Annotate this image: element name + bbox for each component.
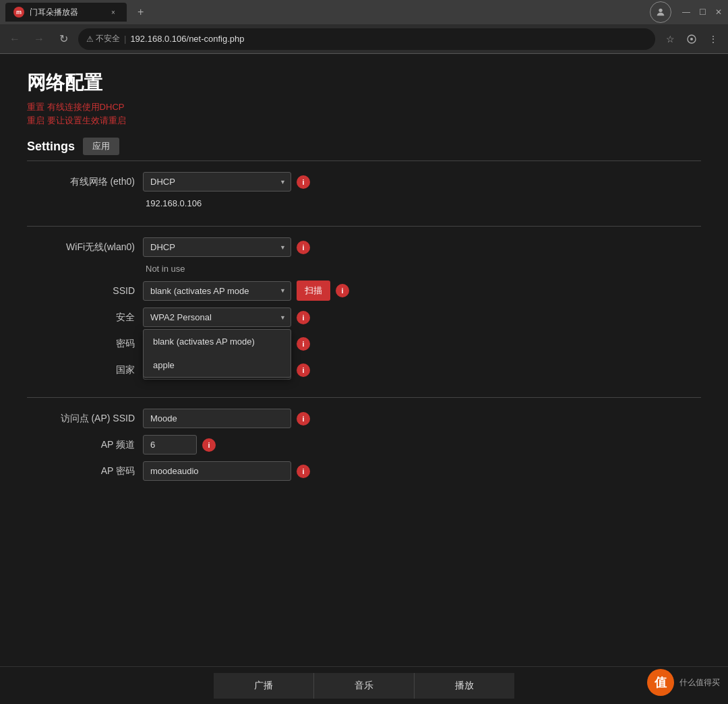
ap-password-label: AP 密码: [27, 465, 135, 477]
address-input[interactable]: [130, 34, 647, 44]
wifi-section: WiFi无线(wlan0) DHCP i Not in use SSID bla…: [27, 227, 701, 398]
wired-row: 有线网络 (eth0) DHCP i: [27, 172, 701, 192]
wifi-select[interactable]: DHCP: [143, 237, 291, 257]
maximize-button[interactable]: ☐: [698, 8, 706, 16]
ap-ssid-controls: i: [143, 409, 701, 428]
ap-password-controls: i: [143, 461, 701, 481]
ap-ssid-label: 访问点 (AP) SSID: [27, 413, 135, 425]
insecure-icon: ⚠: [86, 34, 94, 44]
ap-password-row: AP 密码 i: [27, 461, 701, 481]
bottom-nav: 广播 音乐 播放: [0, 666, 728, 704]
tab-title-text: 门耳朵播放器: [30, 7, 78, 18]
wired-ip-display: 192.168.0.106: [143, 198, 202, 208]
apply-button[interactable]: 应用: [83, 138, 119, 155]
security-label: 安全: [27, 312, 135, 324]
ap-password-input[interactable]: [143, 461, 291, 481]
settings-header: Settings 应用: [27, 138, 701, 161]
main-content: 网络配置 重置 有线连接使用DHCP 重启 要让设置生效请重启 Settings…: [0, 54, 728, 666]
ap-section: 访问点 (AP) SSID i AP 频道 i AP 密码 i: [27, 398, 701, 498]
ssid-option-blank[interactable]: blank (activates AP mode): [144, 330, 291, 353]
wired-info-icon[interactable]: i: [297, 175, 310, 189]
wifi-label: WiFi无线(wlan0): [27, 241, 135, 254]
address-bar-container: ⚠ 不安全 |: [78, 28, 655, 50]
wifi-status-row: Not in use: [27, 264, 701, 274]
window-controls: — ☐ ✕: [650, 1, 723, 23]
bookmark-button[interactable]: ☆: [661, 30, 679, 49]
play-button[interactable]: 播放: [415, 673, 514, 699]
wifi-row: WiFi无线(wlan0) DHCP i: [27, 237, 701, 257]
browser-frame: m 门耳朵播放器 × + — ☐ ✕ ← → ↻ ⚠ 不安全 |: [0, 0, 728, 54]
security-row: 安全 WPA2 Personal i: [27, 307, 701, 327]
ssid-select[interactable]: blank (activates AP mode: [143, 281, 291, 301]
watermark: 值 什么值得买: [647, 669, 720, 696]
country-label: 国家: [27, 364, 135, 376]
ap-channel-info-icon[interactable]: i: [202, 438, 216, 452]
menu-button[interactable]: ⋮: [704, 30, 723, 49]
svg-point-2: [690, 38, 693, 40]
svg-point-0: [659, 9, 662, 12]
ap-ssid-input[interactable]: [143, 409, 291, 428]
ap-ssid-info-icon[interactable]: i: [297, 412, 310, 426]
password-info-icon[interactable]: i: [297, 337, 310, 351]
ssid-label: SSID: [27, 285, 135, 296]
reload-button[interactable]: ↻: [54, 30, 73, 49]
ap-channel-controls: i: [143, 435, 701, 454]
music-button[interactable]: 音乐: [314, 673, 415, 699]
ap-password-info-icon[interactable]: i: [297, 465, 310, 478]
insecure-badge: ⚠ 不安全: [86, 33, 120, 45]
ssid-dropdown: blank (activates AP mode) apple: [143, 329, 291, 378]
password-row: 密码 i: [27, 334, 701, 353]
wired-ip-row: 192.168.0.106: [27, 198, 701, 208]
reset-wired-link[interactable]: 重置 有线连接使用DHCP: [27, 101, 701, 113]
toolbar-icons: ☆ ⋮: [661, 30, 723, 49]
wifi-controls: DHCP i: [143, 237, 701, 257]
wired-section: 有线网络 (eth0) DHCP i 192.168.0.106: [27, 161, 701, 227]
broadcast-button[interactable]: 广播: [214, 673, 314, 699]
ap-channel-input[interactable]: [143, 435, 197, 454]
new-tab-button[interactable]: +: [132, 6, 149, 18]
ap-channel-label: AP 频道: [27, 439, 135, 451]
browser-titlebar: m 门耳朵播放器 × + — ☐ ✕: [0, 0, 728, 24]
wired-label: 有线网络 (eth0): [27, 176, 135, 188]
close-window-button[interactable]: ✕: [715, 8, 723, 16]
forward-button[interactable]: →: [30, 30, 49, 49]
ssid-select-wrapper: blank (activates AP mode: [143, 281, 291, 301]
country-info-icon[interactable]: i: [297, 363, 310, 377]
security-select-wrapper: WPA2 Personal: [143, 307, 291, 327]
wifi-select-wrapper: DHCP: [143, 237, 291, 257]
browser-toolbar: ← → ↻ ⚠ 不安全 | ☆ ⋮: [0, 24, 728, 54]
back-button[interactable]: ←: [5, 30, 24, 49]
security-info-icon[interactable]: i: [297, 311, 310, 324]
insecure-text: 不安全: [96, 33, 120, 45]
wifi-info-icon[interactable]: i: [297, 241, 310, 254]
ssid-controls: blank (activates AP mode 扫描 i: [143, 281, 701, 301]
tab-close-button[interactable]: ×: [108, 7, 119, 18]
ap-ssid-row: 访问点 (AP) SSID i: [27, 409, 701, 428]
page-title: 网络配置: [27, 70, 701, 96]
ap-channel-row: AP 频道 i: [27, 435, 701, 454]
wired-select[interactable]: DHCP: [143, 172, 291, 192]
reset-restart-link[interactable]: 重启 要让设置生效请重启: [27, 115, 701, 127]
tab-favicon: m: [13, 7, 24, 18]
wifi-status-text: Not in use: [143, 264, 185, 274]
security-select[interactable]: WPA2 Personal: [143, 307, 291, 327]
scan-button[interactable]: 扫描: [297, 281, 330, 301]
user-icon[interactable]: [650, 1, 671, 23]
security-controls: WPA2 Personal i: [143, 307, 701, 327]
extension-button[interactable]: [682, 30, 701, 49]
country-row: 国家 United States i: [27, 360, 701, 380]
browser-tab[interactable]: m 门耳朵播放器 ×: [5, 3, 127, 22]
wired-select-wrapper: DHCP: [143, 172, 291, 192]
watermark-logo: 值: [647, 669, 674, 696]
ssid-option-apple[interactable]: apple: [144, 353, 291, 377]
settings-title: Settings: [27, 140, 75, 154]
ssid-info-icon[interactable]: i: [336, 284, 349, 297]
wired-controls: DHCP i: [143, 172, 701, 192]
password-label: 密码: [27, 338, 135, 350]
watermark-text: 什么值得买: [679, 677, 720, 688]
ssid-row: SSID blank (activates AP mode 扫描 i: [27, 281, 701, 301]
minimize-button[interactable]: —: [682, 8, 690, 16]
